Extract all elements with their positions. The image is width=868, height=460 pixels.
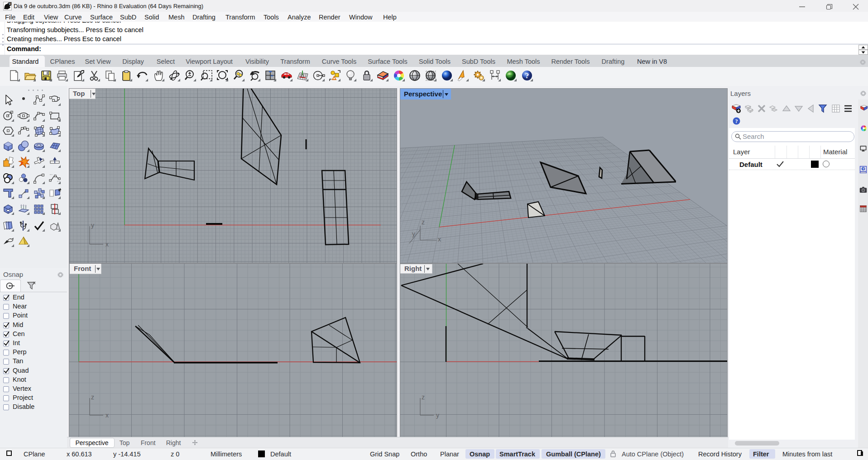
svg-text:?: ? — [525, 71, 529, 80]
svg-text:z: z — [422, 218, 425, 226]
svg-text:x: x — [106, 241, 109, 248]
svg-text:x: x — [438, 236, 441, 243]
svg-text:?: ? — [735, 118, 738, 124]
svg-text:z: z — [422, 394, 425, 401]
svg-text:?: ? — [862, 167, 864, 171]
svg-text:y: y — [436, 412, 439, 419]
svg-text:8: 8 — [9, 2, 11, 5]
svg-text:z: z — [91, 394, 94, 401]
svg-text:y: y — [91, 222, 94, 229]
svg-text:x: x — [106, 412, 109, 419]
svg-text:y: y — [412, 230, 415, 237]
